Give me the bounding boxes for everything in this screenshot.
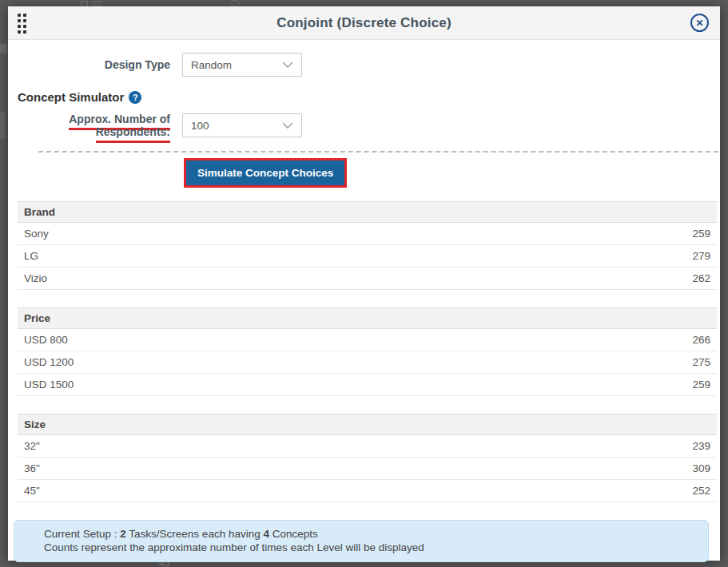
level-count: 309 [692,462,710,474]
table-row: USD 800 266 [18,329,717,351]
info-line-2: Counts represent the approximate number … [44,541,698,554]
table-row: Vizio 262 [18,268,717,290]
background-toolbar-icon [93,1,101,6]
background-left-fragment [0,112,6,139]
level-label: 32" [24,440,40,452]
background-refresh-icon [231,0,239,6]
table-row: LG 279 [18,245,717,268]
current-setup-info-box: Current Setup : 2 Tasks/Screens each hav… [14,520,709,562]
level-label: Vizio [24,272,47,284]
respondents-value: 100 [191,120,209,132]
level-label: USD 1500 [24,379,74,391]
design-type-label: Design Type [8,58,170,71]
level-label: LG [24,250,38,262]
level-count-tables: Brand Sony 259 LG 279 Vizio 262 Price US… [18,201,717,502]
level-label: Sony [24,228,49,240]
info-text: Concepts [269,528,318,540]
level-count: 275 [692,356,710,368]
level-label: 36" [24,462,40,474]
level-label: 45" [24,485,40,497]
level-count: 279 [692,250,710,262]
level-count: 266 [692,334,710,346]
table-row: Sony 259 [18,223,717,245]
conjoint-modal: Conjoint (Discrete Choice) ✕ Design Type… [8,6,720,561]
dashed-separator [38,151,718,153]
price-table: Price USD 800 266 USD 1200 275 USD 1500 … [18,307,717,396]
drag-handle-icon[interactable] [18,14,26,34]
concepts-count: 4 [263,528,269,540]
table-row: USD 1500 259 [18,374,717,396]
background-left-fragment [0,44,7,54]
table-row: USD 1200 275 [18,351,717,374]
level-count: 252 [692,485,710,497]
chevron-down-icon [282,61,293,69]
design-type-row: Design Type Random [8,53,720,77]
close-icon[interactable]: ✕ [690,14,709,32]
level-label: USD 800 [24,334,68,346]
brand-table: Brand Sony 259 LG 279 Vizio 262 [18,201,717,290]
table-row: 36" 309 [18,458,717,480]
design-type-value: Random [191,59,232,71]
level-count: 239 [692,440,710,452]
design-type-select[interactable]: Random [182,53,302,77]
table-header: Brand [18,201,717,223]
info-text: Current Setup : [44,528,120,540]
tasks-count: 2 [120,528,126,540]
level-count: 259 [692,379,710,391]
modal-header: Conjoint (Discrete Choice) ✕ [8,6,720,40]
background-toolbar-icon [81,1,88,6]
help-icon[interactable]: ? [129,91,141,104]
respondents-row: Approx. Number of Respondents: 100 [8,113,720,138]
respondents-select[interactable]: 100 [182,113,302,137]
info-line-1: Current Setup : 2 Tasks/Screens each hav… [44,527,698,541]
concept-simulator-title: Concept Simulator [18,90,124,104]
level-count: 259 [692,228,710,240]
size-table: Size 32" 239 36" 309 45" 252 [18,414,717,502]
table-header: Size [18,414,717,435]
chevron-down-icon [282,122,293,129]
table-row: 32" 239 [18,435,717,458]
modal-title: Conjoint (Discrete Choice) [8,15,720,31]
respondents-label-text: Approx. Number of Respondents: [69,113,170,143]
page-overlay: { "overlay": { "bottom_fragment": "45\""… [0,0,728,567]
simulate-concept-choices-button[interactable]: Simulate Concept Choices [186,161,344,185]
level-label: USD 1200 [24,356,74,368]
concept-simulator-heading: Concept Simulator ? [18,90,720,104]
table-row: 45" 252 [18,480,717,502]
level-count: 262 [692,272,710,284]
info-text: Tasks/Screens each having [126,528,264,540]
table-header: Price [18,307,717,329]
respondents-label: Approx. Number of Respondents: [8,113,170,138]
